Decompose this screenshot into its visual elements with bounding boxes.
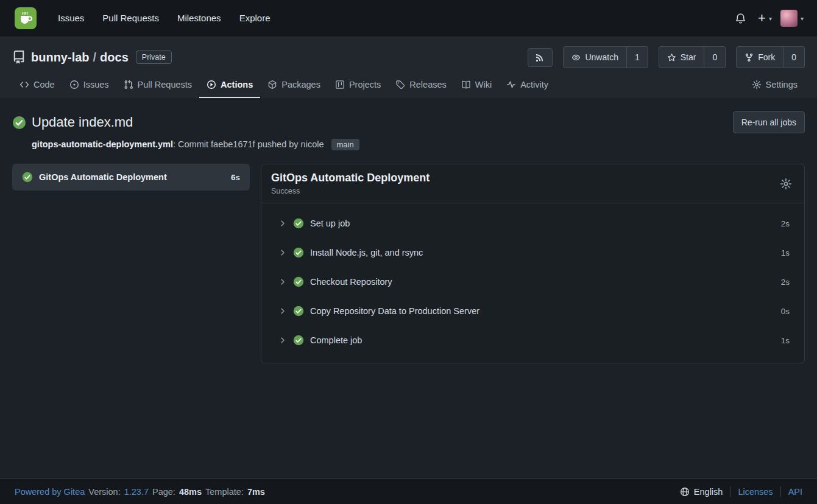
step-row[interactable]: Copy Repository Data to Production Serve… <box>261 296 804 326</box>
tab-packages[interactable]: Packages <box>260 73 328 98</box>
tab-pull-requests[interactable]: Pull Requests <box>116 73 199 98</box>
job-item[interactable]: GitOps Automatic Deployment 6s <box>12 164 250 191</box>
rss-icon <box>536 53 545 62</box>
fork-label: Fork <box>758 51 775 63</box>
notifications-button[interactable] <box>732 10 749 27</box>
gitea-logo-icon <box>15 7 37 29</box>
step-duration: 2s <box>781 278 790 287</box>
rerun-all-jobs-button[interactable]: Re-run all jobs <box>733 111 805 133</box>
step-label: Install Node.js, git, and rsync <box>310 246 775 259</box>
run-success-icon <box>12 116 26 130</box>
packages-icon <box>267 80 277 89</box>
step-success-icon <box>293 306 304 317</box>
step-success-icon <box>293 247 304 258</box>
api-link[interactable]: API <box>788 487 802 497</box>
step-row[interactable]: Set up job 2s <box>261 209 804 238</box>
user-menu-dropdown[interactable]: ▾ <box>780 10 804 27</box>
activity-icon <box>506 80 516 89</box>
tab-releases[interactable]: Releases <box>388 73 453 98</box>
version-label: Version: <box>88 487 120 497</box>
forks-count[interactable]: 0 <box>783 46 805 68</box>
nav-item-explore[interactable]: Explore <box>230 0 280 37</box>
avatar <box>780 10 798 27</box>
top-navbar: Issues Pull Requests Milestones Explore … <box>0 0 817 37</box>
tab-pull-requests-label: Pull Requests <box>138 80 192 89</box>
navbar-right: + ▾ ▾ <box>732 10 807 27</box>
page-time-label: Page: <box>152 487 175 497</box>
chevron-right-icon <box>278 278 287 286</box>
wiki-icon <box>461 80 471 89</box>
plus-icon: + <box>758 12 766 25</box>
watch-button-group: Unwatch 1 <box>563 46 648 68</box>
step-duration: 0s <box>781 307 790 316</box>
tab-code[interactable]: Code <box>12 73 62 98</box>
nav-item-milestones[interactable]: Milestones <box>168 0 230 37</box>
step-row[interactable]: Complete job 1s <box>261 326 804 355</box>
star-label: Star <box>681 51 696 63</box>
tab-activity[interactable]: Activity <box>499 73 556 98</box>
repo-header: bunny-lab / docs Private Unwatch 1 <box>0 37 817 98</box>
footer-left: Powered by Gitea Version: 1.23.7 Page: 4… <box>15 487 265 497</box>
repo-icon <box>12 51 26 64</box>
job-success-icon <box>22 172 33 183</box>
footer-divider <box>730 486 730 497</box>
repo-owner-link[interactable]: bunny-lab <box>31 51 90 65</box>
step-label: Set up job <box>310 217 775 230</box>
tab-projects-label: Projects <box>349 80 381 89</box>
footer-divider <box>780 486 781 497</box>
step-duration: 1s <box>781 336 790 345</box>
watchers-count[interactable]: 1 <box>627 46 648 68</box>
step-row[interactable]: Checkout Repository 2s <box>261 267 804 296</box>
chevron-down-icon: ▾ <box>769 15 772 22</box>
step-row[interactable]: Install Node.js, git, and rsync 1s <box>261 238 804 267</box>
eye-icon <box>571 53 581 62</box>
tab-issues[interactable]: Issues <box>62 73 116 98</box>
bell-icon <box>735 13 746 24</box>
job-detail-card: GitOps Automatic Deployment Success Set … <box>261 164 805 363</box>
rss-button[interactable] <box>528 48 553 67</box>
tabs-spacer <box>556 73 744 98</box>
template-time-label: Template: <box>205 487 244 497</box>
job-options-button[interactable] <box>777 175 794 192</box>
tab-settings[interactable]: Settings <box>744 73 805 98</box>
tab-settings-label: Settings <box>766 80 798 89</box>
version-link[interactable]: 1.23.7 <box>124 487 149 497</box>
unwatch-button[interactable]: Unwatch <box>563 46 626 68</box>
tab-wiki[interactable]: Wiki <box>454 73 499 98</box>
run-meta: gitops-automatic-deployment.yml: Commit … <box>12 139 805 150</box>
step-label: Complete job <box>310 334 775 347</box>
chevron-right-icon <box>278 336 287 345</box>
unwatch-label: Unwatch <box>585 51 618 63</box>
visibility-badge: Private <box>136 51 172 64</box>
job-detail-titles: GitOps Automatic Deployment Success <box>271 172 430 195</box>
create-new-dropdown[interactable]: + ▾ <box>758 12 772 25</box>
star-icon <box>667 53 676 62</box>
nav-item-issues[interactable]: Issues <box>49 0 93 37</box>
run-body: GitOps Automatic Deployment 6s GitOps Au… <box>12 164 805 363</box>
footer: Powered by Gitea Version: 1.23.7 Page: 4… <box>0 478 817 504</box>
star-button[interactable]: Star <box>659 46 705 68</box>
nav-item-pull-requests[interactable]: Pull Requests <box>93 0 168 37</box>
step-label: Checkout Repository <box>310 275 775 289</box>
stars-count[interactable]: 0 <box>704 46 726 68</box>
fork-button[interactable]: Fork <box>736 46 783 68</box>
workflow-file-link[interactable]: gitops-automatic-deployment.yml <box>32 139 173 149</box>
powered-by-link[interactable]: Powered by Gitea <box>15 487 85 497</box>
page-time-value: 48ms <box>179 487 202 497</box>
language-menu[interactable]: English <box>680 487 723 497</box>
job-detail-title: GitOps Automatic Deployment <box>271 172 430 184</box>
repo-name-link[interactable]: docs <box>100 51 129 65</box>
job-status: Success <box>271 187 430 195</box>
repo-tabs: Code Issues Pull Requests Actions Packag… <box>0 73 817 98</box>
tab-releases-label: Releases <box>409 80 446 89</box>
gear-icon <box>780 178 792 190</box>
branch-badge[interactable]: main <box>331 139 359 150</box>
gitea-logo[interactable] <box>15 7 38 30</box>
fork-icon <box>744 53 754 62</box>
step-label: Copy Repository Data to Production Serve… <box>310 304 775 318</box>
tab-actions[interactable]: Actions <box>199 73 260 98</box>
releases-icon <box>395 80 405 89</box>
tab-projects[interactable]: Projects <box>328 73 388 98</box>
licenses-link[interactable]: Licenses <box>738 487 773 497</box>
projects-icon <box>335 80 345 89</box>
